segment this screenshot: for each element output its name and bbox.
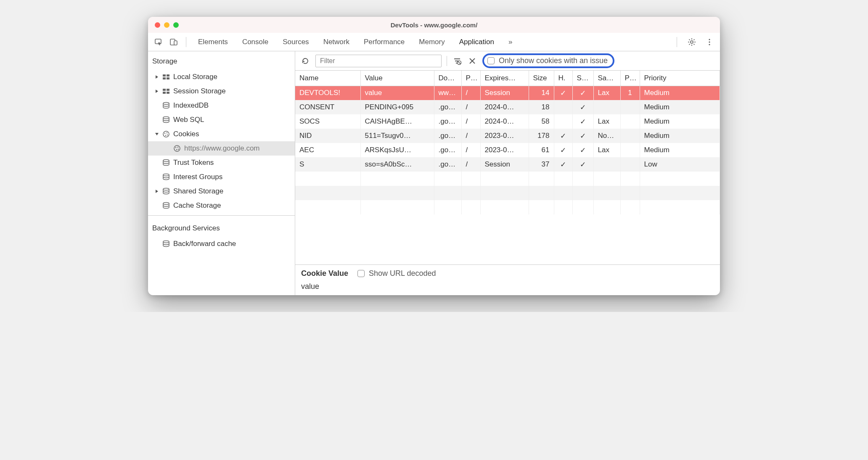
cell-http[interactable] (554, 114, 572, 129)
cell-path[interactable]: / (461, 100, 480, 114)
cell-expires[interactable]: 2023-0… (480, 129, 529, 143)
storage-item-7[interactable]: Interest Groups (148, 170, 295, 184)
column-header-8[interactable]: Sa… (593, 71, 620, 86)
cell-same[interactable]: Lax (593, 143, 620, 157)
storage-item-1[interactable]: Session Storage (148, 84, 295, 98)
cell-size[interactable]: 18 (529, 100, 554, 114)
cell-expires[interactable]: Session (480, 157, 529, 172)
cell-name[interactable]: AEC (295, 143, 360, 157)
disclosure-triangle-icon[interactable] (155, 75, 159, 79)
storage-item-4[interactable]: Cookies (148, 127, 295, 141)
cell-size[interactable]: 58 (529, 114, 554, 129)
cell-priority[interactable]: Medium (640, 143, 720, 157)
column-header-10[interactable]: Priority (640, 71, 720, 86)
column-header-9[interactable]: P… (620, 71, 640, 86)
cell-expires[interactable]: 2024-0… (480, 114, 529, 129)
cell-http[interactable] (554, 100, 572, 114)
cell-path[interactable]: / (461, 157, 480, 172)
cell-priority[interactable]: Medium (640, 100, 720, 114)
refresh-icon[interactable] (300, 56, 310, 66)
cell-domain[interactable]: .go… (434, 114, 461, 129)
cell-size[interactable]: 37 (529, 157, 554, 172)
cell-priority[interactable]: Medium (640, 114, 720, 129)
cell-value[interactable]: sso=sA0bSc… (360, 157, 434, 172)
cell-secure[interactable]: ✓ (572, 143, 593, 157)
cell-path[interactable]: / (461, 86, 480, 100)
filter-input[interactable] (315, 55, 442, 67)
cell-http[interactable]: ✓ (554, 86, 572, 100)
column-header-1[interactable]: Value (360, 71, 434, 86)
cell-name[interactable]: SOCS (295, 114, 360, 129)
cell-http[interactable]: ✓ (554, 157, 572, 172)
url-decoded-checkbox[interactable] (357, 270, 365, 277)
cell-secure[interactable]: ✓ (572, 129, 593, 143)
cell-value[interactable]: CAISHAgBE… (360, 114, 434, 129)
cell-domain[interactable]: .go… (434, 157, 461, 172)
cell-domain[interactable]: ww… (434, 86, 461, 100)
disclosure-triangle-icon[interactable] (155, 189, 159, 193)
tabs-overflow-icon[interactable]: » (508, 36, 512, 48)
cell-value[interactable]: PENDING+095 (360, 100, 434, 114)
minimize-window-button[interactable] (164, 22, 169, 28)
bgservices-item-0[interactable]: Back/forward cache (148, 237, 295, 251)
cookie-row[interactable]: CONSENTPENDING+095.go…/2024-0…18✓Medium (295, 100, 720, 114)
tab-performance[interactable]: Performance (364, 36, 405, 48)
cell-priority[interactable]: Medium (640, 129, 720, 143)
cell-name[interactable]: DEVTOOLS! (295, 86, 360, 100)
kebab-menu-icon[interactable] (703, 36, 716, 48)
cell-same[interactable]: Lax (593, 114, 620, 129)
storage-item-5[interactable]: https://www.google.com (148, 141, 295, 156)
storage-item-6[interactable]: Trust Tokens (148, 156, 295, 170)
cell-path[interactable]: / (461, 143, 480, 157)
cell-expires[interactable]: 2024-0… (480, 100, 529, 114)
column-header-3[interactable]: P… (461, 71, 480, 86)
storage-item-3[interactable]: Web SQL (148, 113, 295, 127)
cell-pkey[interactable]: 1 (620, 86, 640, 100)
cell-pkey[interactable] (620, 114, 640, 129)
cell-value[interactable]: 511=Tsugv0… (360, 129, 434, 143)
cell-domain[interactable]: .go… (434, 100, 461, 114)
cell-name[interactable]: S (295, 157, 360, 172)
storage-item-8[interactable]: Shared Storage (148, 184, 295, 198)
column-header-6[interactable]: H. (554, 71, 572, 86)
column-header-7[interactable]: S… (572, 71, 593, 86)
cell-secure[interactable]: ✓ (572, 157, 593, 172)
cell-path[interactable]: / (461, 114, 480, 129)
cell-same[interactable]: No… (593, 129, 620, 143)
cell-pkey[interactable] (620, 129, 640, 143)
cell-pkey[interactable] (620, 157, 640, 172)
cell-size[interactable]: 61 (529, 143, 554, 157)
column-header-4[interactable]: Expires… (480, 71, 529, 86)
cell-http[interactable]: ✓ (554, 129, 572, 143)
cell-pkey[interactable] (620, 143, 640, 157)
cookie-row[interactable]: AECARSKqsJsU….go…/2023-0…61✓✓LaxMedium (295, 143, 720, 157)
storage-item-0[interactable]: Local Storage (148, 70, 295, 84)
inspect-icon[interactable] (152, 36, 165, 48)
cell-secure[interactable]: ✓ (572, 114, 593, 129)
cell-same[interactable] (593, 157, 620, 172)
cell-domain[interactable]: .go… (434, 129, 461, 143)
cell-secure[interactable]: ✓ (572, 100, 593, 114)
cell-expires[interactable]: Session (480, 86, 529, 100)
column-header-5[interactable]: Size (529, 71, 554, 86)
clear-icon[interactable] (467, 56, 477, 66)
cell-secure[interactable]: ✓ (572, 86, 593, 100)
storage-item-2[interactable]: IndexedDB (148, 98, 295, 113)
cell-priority[interactable]: Low (640, 157, 720, 172)
only-show-issue-checkbox[interactable] (487, 57, 495, 64)
cell-priority[interactable]: Medium (640, 86, 720, 100)
zoom-window-button[interactable] (173, 22, 179, 28)
tab-memory[interactable]: Memory (419, 36, 445, 48)
storage-item-9[interactable]: Cache Storage (148, 198, 295, 213)
settings-gear-icon[interactable] (685, 36, 698, 48)
tab-console[interactable]: Console (242, 36, 268, 48)
cell-same[interactable] (593, 100, 620, 114)
disclosure-triangle-icon[interactable] (155, 132, 159, 136)
cell-pkey[interactable] (620, 100, 640, 114)
tab-network[interactable]: Network (323, 36, 349, 48)
cell-size[interactable]: 14 (529, 86, 554, 100)
clear-all-icon[interactable] (452, 56, 462, 66)
cookie-row[interactable]: NID511=Tsugv0….go…/2023-0…178✓✓No…Medium (295, 129, 720, 143)
cell-same[interactable]: Lax (593, 86, 620, 100)
tab-sources[interactable]: Sources (283, 36, 309, 48)
